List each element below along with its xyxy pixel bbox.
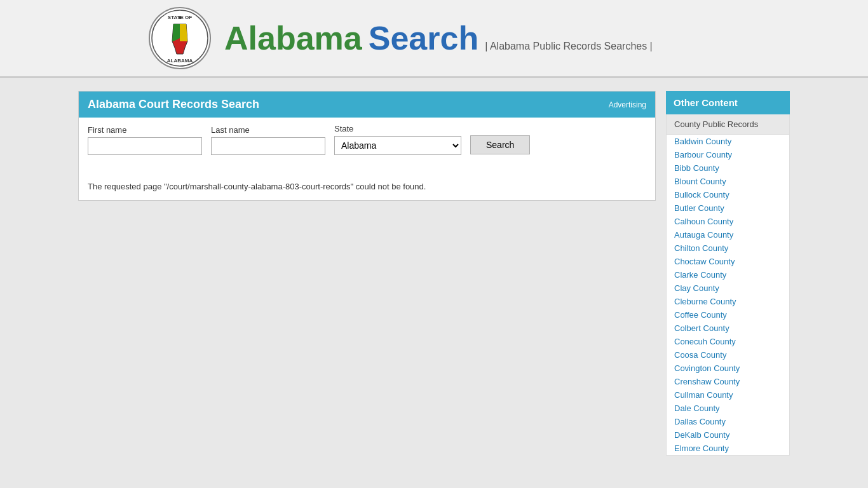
site-header: STATE OF ALABAMA Alabama Search | Alabam… <box>0 0 868 78</box>
title-alabama: Alabama <box>224 19 362 57</box>
title-subtitle: | Alabama Public Records Searches | <box>485 41 653 52</box>
county-link[interactable]: Crenshaw County <box>667 375 789 388</box>
county-link[interactable]: Choctaw County <box>667 255 789 268</box>
county-link[interactable]: Cleburne County <box>667 295 789 308</box>
state-seal: STATE OF ALABAMA <box>148 6 212 70</box>
svg-point-7 <box>179 17 181 19</box>
county-link[interactable]: Covington County <box>667 362 789 375</box>
search-panel-header: Alabama Court Records Search Advertising <box>79 92 655 118</box>
search-form-body: First name Last name State AlabamaAlaska… <box>79 118 655 165</box>
county-link[interactable]: Bibb County <box>667 161 789 175</box>
county-link[interactable]: Butler County <box>667 201 789 215</box>
county-link[interactable]: Autauga County <box>667 228 789 241</box>
last-name-group: Last name <box>211 125 325 155</box>
search-button[interactable]: Search <box>470 135 530 154</box>
content-area: Alabama Court Records Search Advertising… <box>78 91 656 456</box>
county-link[interactable]: Coffee County <box>667 308 789 322</box>
county-link[interactable]: Dallas County <box>667 415 789 428</box>
county-link[interactable]: Baldwin County <box>667 135 789 148</box>
first-name-group: First name <box>88 125 202 155</box>
sidebar-content: County Public Records Baldwin CountyBarb… <box>666 114 790 456</box>
county-link[interactable]: Colbert County <box>667 322 789 335</box>
county-link[interactable]: Blount County <box>667 175 789 188</box>
county-records-label: County Public Records <box>667 114 789 135</box>
error-message: The requested page "/court/marshall-coun… <box>88 182 426 191</box>
svg-marker-6 <box>180 24 187 41</box>
county-link[interactable]: Dale County <box>667 402 789 415</box>
search-panel: Alabama Court Records Search Advertising… <box>78 91 656 201</box>
last-name-label: Last name <box>211 125 325 135</box>
advertising-label: Advertising <box>609 100 646 109</box>
county-link[interactable]: Coosa County <box>667 348 789 362</box>
county-link[interactable]: DeKalb County <box>667 428 789 442</box>
county-link[interactable]: Clarke County <box>667 268 789 281</box>
title-search-word: Search <box>369 19 478 57</box>
site-title: Alabama Search | Alabama Public Records … <box>224 19 653 57</box>
sidebar: Other Content County Public Records Bald… <box>666 91 790 456</box>
search-panel-title: Alabama Court Records Search <box>88 98 259 111</box>
county-link[interactable]: Cullman County <box>667 388 789 402</box>
first-name-label: First name <box>88 125 202 135</box>
first-name-input[interactable] <box>88 137 202 155</box>
main-wrapper: Alabama Court Records Search Advertising… <box>72 91 796 456</box>
county-link[interactable]: Conecuh County <box>667 335 789 348</box>
county-link[interactable]: Calhoun County <box>667 215 789 228</box>
last-name-input[interactable] <box>211 137 325 155</box>
svg-text:ALABAMA: ALABAMA <box>167 58 193 64</box>
county-link[interactable]: Elmore County <box>667 442 789 455</box>
county-link[interactable]: Chilton County <box>667 241 789 255</box>
state-select[interactable]: AlabamaAlaskaArizonaArkansasCaliforniaCo… <box>334 136 461 155</box>
county-list: Baldwin CountyBarbour CountyBibb CountyB… <box>667 135 789 455</box>
error-box: The requested page "/court/marshall-coun… <box>79 173 655 200</box>
sidebar-header: Other Content <box>666 91 790 114</box>
county-link[interactable]: Clay County <box>667 281 789 295</box>
county-link[interactable]: Bullock County <box>667 188 789 201</box>
state-group: State AlabamaAlaskaArizonaArkansasCalifo… <box>334 124 461 155</box>
county-link[interactable]: Barbour County <box>667 148 789 161</box>
state-label: State <box>334 124 461 133</box>
